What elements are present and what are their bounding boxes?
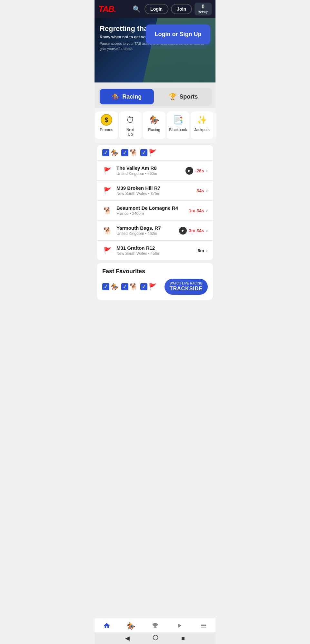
race-timing: 1m 34s › — [189, 208, 208, 214]
race-location: New South Wales • 450m — [116, 251, 194, 256]
race-details: M31 Grafton R12 New South Wales • 450m — [116, 245, 194, 256]
race-location: United Kingdom • 260m — [116, 171, 182, 176]
header-actions: 🔍 Login Join 0 Betslip — [131, 3, 212, 15]
race-type-icon: 🐕 — [102, 206, 113, 216]
blackbook-label: Blackbook — [169, 128, 187, 132]
race-name: The Valley Am R8 — [116, 165, 182, 171]
chevron-right-icon: › — [206, 208, 208, 214]
race-item[interactable]: 🐕 Beaumont De Lomagne R4 France • 2400m … — [97, 200, 213, 220]
filter-dog: ✓ 🐕 — [121, 149, 138, 157]
race-name: Beaumont De Lomagne R4 — [116, 205, 185, 211]
filter-horse: ✓ 🏇 — [102, 149, 119, 157]
fav-horse-icon: 🏇 — [111, 283, 119, 291]
race-name: Yarmouth Bags. R7 — [116, 225, 175, 231]
fav-filter-dog: ✓ 🐕 — [121, 283, 138, 291]
fav-horse-checkbox[interactable]: ✓ — [102, 283, 109, 290]
chevron-right-icon: › — [206, 168, 208, 174]
live-indicator: ▶ — [179, 227, 187, 235]
promos-label: Promos — [100, 128, 113, 132]
racing-tab-icon: 🏇 — [112, 93, 120, 101]
promo-banner: Regretting that last one? Know when not … — [95, 18, 215, 82]
betslip-button[interactable]: 0 Betslip — [195, 3, 212, 15]
dog-checkbox[interactable]: ✓ — [121, 149, 128, 156]
tab-logo: TAB. — [98, 4, 116, 14]
fast-favourites-section: Fast Favourites ✓ 🏇 ✓ 🐕 ✓ 🚩 WATCH LIVE R… — [97, 263, 213, 300]
fav-dog-checkbox[interactable]: ✓ — [121, 283, 128, 290]
sub-categories: $ Promos ⏱ Next Up 🏇 Racing 📑 Blackbook … — [95, 108, 215, 142]
login-signup-button[interactable]: Login or Sign Up — [146, 24, 210, 44]
chevron-right-icon: › — [206, 248, 208, 254]
main-tabs-container: 🏇 Racing 🏆 Sports — [98, 88, 212, 106]
trackside-button[interactable]: WATCH LIVE RACING TRACKSIDE — [165, 279, 208, 295]
sub-cat-jockey[interactable]: 🏇 Jockey Challenge — [215, 111, 215, 139]
fast-favourites-filters: ✓ 🏇 ✓ 🐕 ✓ 🚩 WATCH LIVE RACING TRACKSIDE — [102, 279, 208, 295]
chevron-right-icon: › — [206, 188, 208, 194]
race-details: The Valley Am R8 United Kingdom • 260m — [116, 165, 182, 176]
dog-filter-icon: 🐕 — [130, 149, 138, 157]
sub-cat-racing[interactable]: 🏇 Racing — [143, 111, 165, 139]
search-button[interactable]: 🔍 — [131, 4, 142, 14]
race-countdown: 34s — [196, 188, 204, 193]
fav-dog-icon: 🐕 — [130, 283, 138, 291]
race-type-icon: 🚩 — [102, 186, 113, 196]
chevron-right-icon: › — [206, 228, 208, 234]
race-type-icon: 🚩 — [102, 245, 113, 256]
race-type-icon: 🚩 — [102, 166, 113, 176]
race-item[interactable]: 🐕 Yarmouth Bags. R7 United Kingdom • 462… — [97, 220, 213, 240]
main-tab-section: 🏇 Racing 🏆 Sports — [95, 82, 215, 108]
blackbook-icon: 📑 — [172, 114, 184, 126]
sports-tab-icon: 🏆 — [169, 93, 177, 101]
sub-cat-nextup[interactable]: ⏱ Next Up — [119, 111, 142, 139]
race-list: 🚩 The Valley Am R8 United Kingdom • 260m… — [97, 160, 213, 260]
race-location: United Kingdom • 462m — [116, 231, 175, 236]
race-countdown: 3m 34s — [189, 228, 204, 233]
fav-flag-checkbox[interactable]: ✓ — [140, 283, 147, 290]
login-button[interactable]: Login — [145, 4, 168, 14]
trackside-label-line1: WATCH LIVE RACING — [170, 281, 203, 285]
flag-filter-icon: 🚩 — [149, 149, 157, 157]
race-details: Beaumont De Lomagne R4 France • 2400m — [116, 205, 185, 216]
racing-tab-label: Racing — [122, 93, 142, 100]
jackpots-icon: ✨ — [196, 114, 208, 126]
race-countdown: -26s — [195, 168, 204, 173]
sports-tab-label: Sports — [179, 93, 198, 100]
app-header: TAB. 🔍 Login Join 0 Betslip — [95, 0, 215, 18]
nextup-label: Next Up — [124, 128, 136, 137]
live-indicator: ▶ — [185, 167, 193, 175]
fav-filter-horse: ✓ 🏇 — [102, 283, 119, 291]
race-timing: ▶ 3m 34s › — [179, 227, 208, 235]
race-item[interactable]: 🚩 M39 Broken Hill R7 New South Wales • 3… — [97, 180, 213, 200]
trackside-label-line2: TRACKSIDE — [170, 285, 203, 292]
race-filters: ✓ 🏇 ✓ 🐕 ✓ 🚩 — [97, 145, 213, 160]
sub-cat-blackbook[interactable]: 📑 Blackbook — [167, 111, 189, 139]
fast-favourites-title: Fast Favourites — [102, 268, 208, 275]
racing-icon: 🏇 — [148, 114, 160, 126]
race-details: Yarmouth Bags. R7 United Kingdom • 462m — [116, 225, 175, 236]
race-timing: 6m › — [197, 248, 208, 254]
join-button[interactable]: Join — [171, 4, 192, 14]
race-timing: 34s › — [196, 188, 208, 194]
tab-sports[interactable]: 🏆 Sports — [156, 89, 211, 104]
promos-icon: $ — [101, 114, 112, 126]
horse-checkbox[interactable]: ✓ — [102, 149, 109, 156]
racing-label: Racing — [148, 128, 160, 132]
race-name: M31 Grafton R12 — [116, 245, 194, 251]
flag-checkbox[interactable]: ✓ — [140, 149, 147, 156]
horse-filter-icon: 🏇 — [111, 149, 119, 157]
race-details: M39 Broken Hill R7 New South Wales • 375… — [116, 185, 193, 196]
jackpots-label: Jackpots — [194, 128, 209, 132]
sub-cat-jackpots[interactable]: ✨ Jackpots — [191, 111, 213, 139]
race-location: France • 2400m — [116, 211, 185, 216]
fav-filter-left: ✓ 🏇 ✓ 🐕 ✓ 🚩 — [102, 283, 157, 291]
race-type-icon: 🐕 — [102, 226, 113, 236]
fav-filter-flag: ✓ 🚩 — [140, 283, 157, 291]
race-location: New South Wales • 375m — [116, 191, 193, 196]
race-countdown: 1m 34s — [189, 208, 204, 213]
race-item[interactable]: 🚩 M31 Grafton R12 New South Wales • 450m… — [97, 240, 213, 260]
tab-racing[interactable]: 🏇 Racing — [100, 89, 154, 104]
sub-cat-promos[interactable]: $ Promos — [95, 111, 118, 139]
race-item[interactable]: 🚩 The Valley Am R8 United Kingdom • 260m… — [97, 160, 213, 180]
race-name: M39 Broken Hill R7 — [116, 185, 193, 191]
bottom-spacer — [95, 303, 215, 335]
race-section: ✓ 🏇 ✓ 🐕 ✓ 🚩 🚩 The Valley Am R8 United Ki… — [97, 145, 213, 260]
